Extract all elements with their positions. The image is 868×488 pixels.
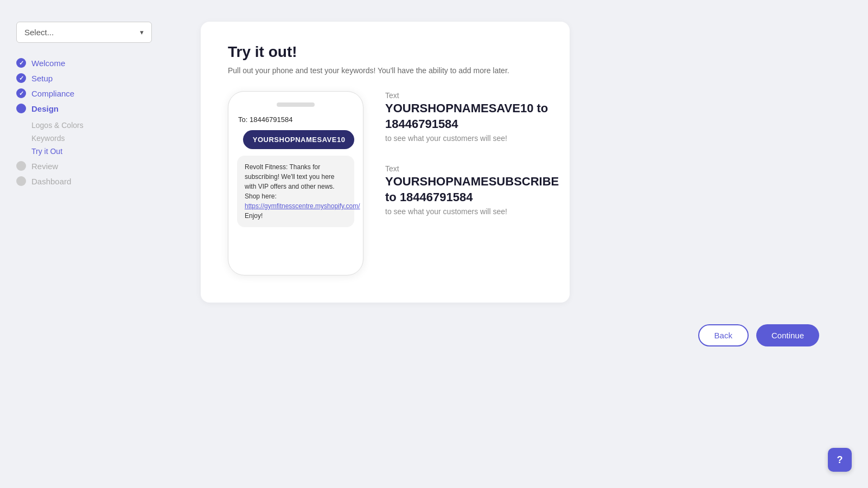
text-block-save10-keyword: YOURSHOPNAMESAVE10 to 18446791584 [385,101,559,132]
phone-reply-suffix: Enjoy! [245,212,263,220]
dot-icon-design [16,104,26,113]
sidebar-item-design[interactable]: Design [16,104,152,113]
phone-mockup: To: 18446791584 YOURSHOPNAMESAVE10 Revol… [228,91,363,275]
sidebar: Select... ▾ Welcome Setup Compliance [0,0,168,488]
phone-notch [277,102,315,107]
sidebar-item-label-compliance: Compliance [31,89,74,98]
dot-icon-dashboard [16,176,26,186]
help-icon: ? [837,454,843,466]
sidebar-sub-label-logos-colors: Logos & Colors [31,121,84,130]
phone-reply-link[interactable]: https://gymfitnesscentre.myshopify.com/ [245,202,360,210]
sidebar-item-label-setup: Setup [31,74,53,83]
page-subtitle: Pull out your phone and test your keywor… [228,66,542,75]
phone-to-line: To: 18446791584 [237,115,354,124]
footer-buttons: Back Continue [201,324,835,346]
sidebar-item-setup[interactable]: Setup [16,73,152,83]
main-content: Try it out! Pull out your phone and test… [168,0,868,488]
check-icon-welcome [16,58,26,68]
phone-reply-bubble: Revolt Fitness: Thanks for subscribing! … [237,156,354,227]
check-icon-compliance [16,88,26,98]
nav-list: Welcome Setup Compliance Design Logos & … [16,58,152,186]
text-block-subscribe-prefix: Text [385,164,559,173]
back-button[interactable]: Back [698,324,749,346]
sidebar-item-label-review: Review [31,162,58,171]
sidebar-item-review[interactable]: Review [16,161,152,171]
sidebar-select[interactable]: Select... ▾ [16,22,152,43]
sidebar-item-label-dashboard: Dashboard [31,177,71,186]
sidebar-item-welcome[interactable]: Welcome [16,58,152,68]
sub-nav-design: Logos & Colors Keywords Try it Out [31,121,152,156]
sidebar-sub-label-keywords: Keywords [31,134,65,143]
dot-icon-review [16,161,26,171]
text-blocks: Text YOURSHOPNAMESAVE10 to 18446791584 t… [385,91,559,216]
text-block-subscribe-suffix: to see what your customers will see! [385,207,559,216]
content-card: Try it out! Pull out your phone and test… [201,22,570,303]
sidebar-sub-item-logos-colors[interactable]: Logos & Colors [31,121,152,130]
sidebar-select-text: Select... [24,28,54,37]
sidebar-item-compliance[interactable]: Compliance [16,88,152,98]
sidebar-item-label-welcome: Welcome [31,59,65,68]
chevron-down-icon: ▾ [140,28,144,36]
text-block-save10-suffix: to see what your customers will see! [385,134,559,143]
phone-to-label: To: [238,115,247,124]
sidebar-item-label-design: Design [31,104,59,113]
page-title: Try it out! [228,43,542,61]
phone-keyword-bubble: YOURSHOPNAMESAVE10 [243,130,354,149]
sidebar-item-dashboard[interactable]: Dashboard [16,176,152,186]
continue-button[interactable]: Continue [756,324,819,346]
text-block-subscribe: Text YOURSHOPNAMESUBSCRIBE to 1844679158… [385,164,559,216]
phone-to-number: 18446791584 [250,115,293,124]
help-button[interactable]: ? [828,448,852,472]
text-block-subscribe-keyword: YOURSHOPNAMESUBSCRIBE to 18446791584 [385,174,559,205]
phone-top-bar [237,102,354,107]
phone-area: To: 18446791584 YOURSHOPNAMESAVE10 Revol… [228,91,542,275]
sidebar-sub-item-try-it-out[interactable]: Try it Out [31,147,152,156]
check-icon-setup [16,73,26,83]
sidebar-sub-item-keywords[interactable]: Keywords [31,134,152,143]
sidebar-select-wrapper: Select... ▾ [16,22,152,43]
text-block-save10: Text YOURSHOPNAMESAVE10 to 18446791584 t… [385,91,559,143]
text-block-save10-prefix: Text [385,91,559,100]
phone-reply-text: Revolt Fitness: Thanks for subscribing! … [245,163,335,200]
sidebar-sub-label-try-it-out: Try it Out [31,147,62,156]
